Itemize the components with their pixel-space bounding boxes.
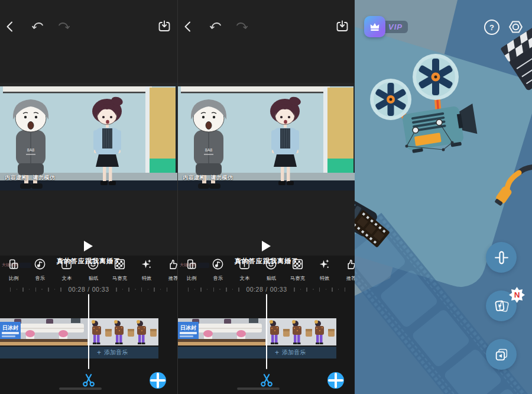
scissors-icon <box>258 373 275 387</box>
svg-text:日冰封: 日冰封 <box>180 325 196 331</box>
ruler-ticks-right <box>113 288 173 292</box>
home-illustration <box>355 0 532 394</box>
tool-label: 贴纸 <box>266 275 276 282</box>
tool-label: 比例 <box>186 275 196 282</box>
add-music-row[interactable]: + 添加音乐 <box>0 347 158 359</box>
export-download-icon <box>335 20 349 34</box>
play-button[interactable] <box>84 241 93 251</box>
cut-button[interactable] <box>258 373 275 387</box>
tool-sticker-button[interactable]: 贴纸 <box>258 258 284 286</box>
redo-arrow-icon <box>235 20 249 34</box>
tool-effects-button[interactable]: 特效 <box>311 258 338 286</box>
cut-button[interactable] <box>80 373 97 387</box>
tool-label: 文本 <box>61 275 72 282</box>
back-button[interactable] <box>4 20 18 34</box>
tool-text-button[interactable]: 文本 <box>231 258 258 286</box>
sticker-icon <box>265 258 277 273</box>
tool-mosaic-button[interactable]: 马赛克 <box>106 258 133 286</box>
home-indicator <box>59 387 102 390</box>
music-icon <box>34 258 46 273</box>
fab-splice-button[interactable] <box>486 242 517 273</box>
fab-templates-button[interactable]: N <box>486 290 517 321</box>
vip-badge[interactable]: VIP <box>364 16 408 37</box>
undo-arrow-icon <box>31 20 45 34</box>
text-icon <box>238 258 251 273</box>
current-time: 00:28 <box>246 286 264 293</box>
time-separator: / <box>87 286 89 293</box>
settings-button[interactable] <box>507 18 524 35</box>
tool-label: 音乐 <box>35 275 45 282</box>
timeline-clip[interactable]: 日冰封 <box>0 318 158 345</box>
undo-button[interactable] <box>209 20 223 34</box>
tool-label: 特效 <box>319 275 329 282</box>
timeline-clip[interactable]: 日冰封 <box>178 318 336 345</box>
add-clip-button[interactable] <box>327 372 344 389</box>
tool-recommend-button[interactable]: 推荐 <box>338 258 355 286</box>
tool-label: 贴纸 <box>88 275 98 282</box>
tool-ratio-button[interactable]: 比例 <box>0 258 27 286</box>
undo-button[interactable] <box>31 20 45 34</box>
video-preview[interactable]: 8A8 <box>0 83 177 190</box>
export-button[interactable] <box>335 20 349 34</box>
tool-label: 马赛克 <box>290 275 305 282</box>
svg-text:8A8: 8A8 <box>205 148 213 152</box>
effects-icon <box>140 258 153 273</box>
clip-title-card: 日冰封 <box>178 322 199 339</box>
help-button[interactable]: ? <box>484 20 499 35</box>
plus-icon: + <box>97 348 101 357</box>
vip-crown-icon <box>364 16 385 37</box>
effects-icon <box>318 258 330 273</box>
svg-text:日冰封: 日冰封 <box>2 325 18 331</box>
redo-button[interactable] <box>57 20 71 34</box>
disclaimer-text: 内容虚构，请勿模仿 <box>5 174 56 182</box>
recommend-icon <box>167 258 177 273</box>
sticker-icon <box>87 258 99 273</box>
splice-icon <box>494 250 510 266</box>
tool-label: 文本 <box>239 275 249 282</box>
clip-square-icon <box>494 347 510 363</box>
current-time: 00:28 <box>69 286 86 293</box>
export-button[interactable] <box>157 20 171 34</box>
tool-mosaic-button[interactable]: 马赛克 <box>284 258 311 286</box>
tool-effects-button[interactable]: 特效 <box>133 258 160 286</box>
add-clip-button[interactable] <box>150 372 166 389</box>
plus-icon <box>150 372 166 389</box>
editor-panel-1: 8A8 <box>0 0 177 394</box>
mosaic-icon <box>113 258 126 273</box>
add-music-label: 添加音乐 <box>282 348 306 357</box>
tool-recommend-button[interactable]: 推荐 <box>160 258 177 286</box>
home-panel: VIP ? N <box>355 0 532 394</box>
new-badge: N <box>509 287 519 297</box>
tools-bar: 比例音乐文本贴纸马赛克特效推荐 <box>0 258 177 286</box>
total-time: 00:33 <box>92 286 109 293</box>
tool-sticker-button[interactable]: 贴纸 <box>80 258 106 286</box>
svg-text:8A8: 8A8 <box>27 148 35 152</box>
export-download-icon <box>157 20 171 34</box>
tool-label: 推荐 <box>346 275 355 282</box>
time-display: 00:28 / 00:33 <box>246 286 287 293</box>
tool-text-button[interactable]: 文本 <box>53 258 80 286</box>
video-preview[interactable]: 8A8 <box>178 83 355 190</box>
add-music-row[interactable]: + 添加音乐 <box>178 347 336 359</box>
plus-icon <box>327 372 344 389</box>
home-indicator <box>237 387 280 390</box>
tool-label: 推荐 <box>168 275 177 282</box>
fab-clips-button[interactable] <box>486 339 517 370</box>
plus-icon: + <box>275 348 279 357</box>
back-chevron-icon <box>4 20 18 34</box>
redo-arrow-icon <box>57 20 71 34</box>
editor-panel-2: 8A8 <box>177 0 355 394</box>
scissors-icon <box>80 373 97 387</box>
tool-label: 比例 <box>8 275 18 282</box>
ruler-ticks-left <box>182 288 242 292</box>
tool-music-button[interactable]: 音乐 <box>205 258 231 286</box>
clip-title-card: 日冰封 <box>0 322 21 339</box>
tool-music-button[interactable]: 音乐 <box>27 258 53 286</box>
play-button[interactable] <box>262 241 271 251</box>
redo-button[interactable] <box>235 20 249 34</box>
back-button[interactable] <box>181 20 196 34</box>
tool-ratio-button[interactable]: 比例 <box>178 258 205 286</box>
ruler-ticks-right <box>291 288 351 292</box>
question-icon: ? <box>489 23 494 32</box>
playhead <box>266 294 267 369</box>
